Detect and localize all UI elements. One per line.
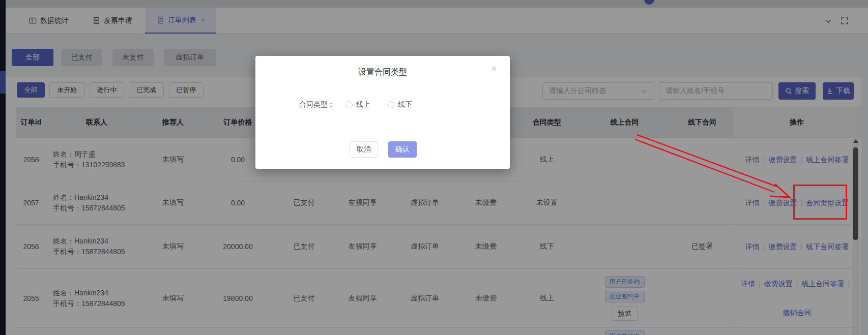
confirm-button[interactable]: 确认 — [388, 141, 417, 158]
set-contract-type-dialog: 设置合同类型 × 合同类型： 线上 线下 取消 确认 — [255, 56, 510, 169]
radio-offline[interactable]: 线下 — [387, 100, 412, 109]
dialog-title: 设置合同类型 — [255, 67, 510, 78]
radio-circle-icon — [387, 101, 394, 108]
cancel-button[interactable]: 取消 — [350, 141, 378, 158]
order-list-page: 数据统计 发票申请 订单列表 × 全部 已支付 未支付 虚拟订单 全部 未开始 … — [0, 0, 868, 335]
radio-offline-label: 线下 — [398, 100, 412, 109]
close-icon[interactable]: × — [491, 64, 497, 73]
contract-type-field-label: 合同类型： — [255, 100, 335, 109]
radio-circle-icon — [345, 101, 353, 108]
radio-online-label: 线上 — [356, 100, 370, 109]
radio-online[interactable]: 线上 — [345, 100, 370, 109]
